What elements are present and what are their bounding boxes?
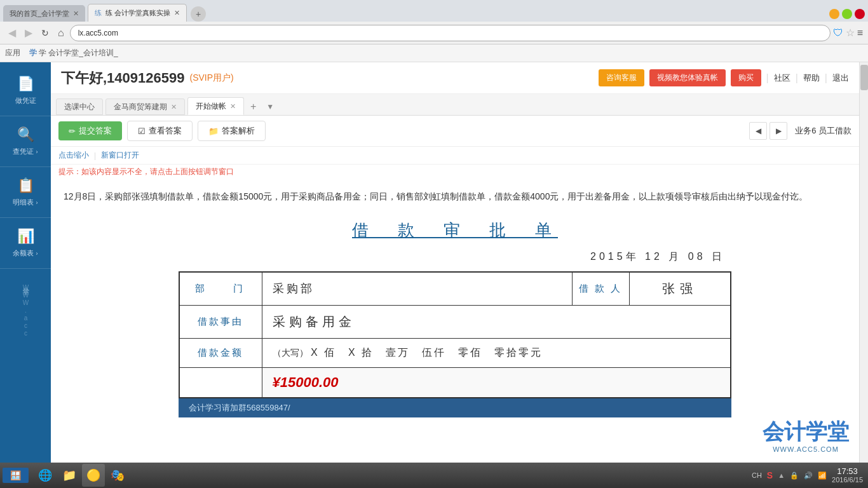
date-line: 2015年 12 月 08 日 [179,250,731,264]
main-layout: 📄 做凭证 🔍 查凭证 › 📋 明细表 › 📊 余额表 › 会计学堂WWW.ac… [0,62,868,463]
address-text: lx.acc5.com [78,29,118,37]
next-btn[interactable]: ▶ [770,122,787,140]
new-tab-btn[interactable]: + [191,6,206,22]
apps-bookmark[interactable]: 应用 [5,48,20,58]
taskbar-app-explorer[interactable]: 📁 [58,464,81,487]
tab-close-2[interactable]: ✕ [174,9,180,17]
dept-value: 采购部 [262,272,572,306]
user-type-badge: (SVIP用户) [189,72,233,84]
tab-bookkeeping-period[interactable]: 金马商贸筹建期 ✕ [105,98,185,115]
content-area: 下午好,1409126599 (SVIP用户) 咨询客服 视频教您体验真帐 购买… [51,62,859,463]
community-btn[interactable]: 社区 [774,72,790,84]
table-row-amount: 借款金额 （大写） X 佰 X 拾 壹万 伍仟 零佰 零拾零元 [179,338,731,367]
taskbar-clock[interactable]: 17:53 2016/6/15 [832,466,863,485]
separator3: | [825,72,827,84]
taskbar-app-misc[interactable]: 🎭 [106,464,129,487]
scroll-thumb[interactable] [860,65,868,90]
search-voucher-icon: 🔍 [17,126,34,143]
folder-icon: 📁 [208,126,219,136]
watermark-logo: 会计学堂 [763,419,849,445]
prev-btn[interactable]: ◀ [749,122,767,140]
sidebar-item-查凭证[interactable]: 🔍 查凭证 › [0,116,51,167]
taskbar-app-ie[interactable]: 🌐 [34,464,57,487]
tab-start-bookkeeping[interactable]: 开始做帐 ✕ [187,97,244,115]
top-header: 下午好,1409126599 (SVIP用户) 咨询客服 视频教您体验真帐 购买… [51,62,859,94]
back-btn[interactable]: ◀ [5,25,19,40]
video-btn[interactable]: 视频教您体验真帐 [649,69,726,86]
window-controls [829,9,865,22]
borrower-value: 张强 [629,272,731,306]
consult-btn[interactable]: 咨询客服 [599,69,644,86]
taskbar-volume-icon[interactable]: 🔊 [804,471,813,480]
maximize-btn[interactable] [842,9,852,19]
tab-add-btn[interactable]: + [245,98,261,115]
taskbar: 🪟 🌐 📁 🟡 🎭 CH S ▲ 🔒 🔊 📶 17:53 2016/6/15 [0,463,868,488]
page-tabs: 选课中心 金马商贸筹建期 ✕ 开始做帐 ✕ + ▼ [51,94,859,116]
home-btn[interactable]: ⌂ [55,26,67,40]
dept-label: 部 门 [179,272,262,306]
logout-btn[interactable]: 退出 [832,72,849,84]
view-answer-btn[interactable]: ☑ 查看答案 [127,121,193,141]
taskbar-up-arrow[interactable]: ▲ [778,471,785,479]
amount-chinese: X 佰 X 拾 壹万 伍仟 零佰 零拾零元 [311,347,543,358]
sidebar-item-余额表[interactable]: 📊 余额表 › [0,218,51,269]
borrower-label: 借 款 人 [572,272,629,306]
minimize-btn[interactable] [829,9,839,19]
tab-label-2: 练 会计学堂真账实操 [105,8,170,18]
help-btn[interactable]: 帮助 [803,72,820,84]
tab-label-start: 开始做帐 [196,101,226,112]
taskbar-time: 17:53 [832,466,863,477]
star-icon[interactable]: ☆ [846,27,855,39]
separator2: | [796,72,798,84]
business-label: 业务6 员工借款 [795,125,851,137]
refresh-btn[interactable]: ↻ [38,27,52,39]
start-button[interactable]: 🪟 [3,468,29,483]
taskbar-app-chrome[interactable]: 🟡 [82,464,105,487]
watermark-url: WWW.ACC5.COM [763,445,849,453]
tab-dropdown-btn[interactable]: ▼ [262,98,278,115]
taskbar-s-icon: S [767,470,773,480]
windows-icon: 🪟 [10,470,21,480]
greeting-area: 下午好,1409126599 (SVIP用户) [61,69,234,88]
reason-label: 借款事由 [179,305,262,338]
sidebar-item-凭证[interactable]: 📄 做凭证 [0,65,51,116]
tab-close-period[interactable]: ✕ [171,103,177,111]
doc-content: 12月8日，采购部张强填制借款单，借款金额15000元，用于采购商品备用金；同日… [51,179,859,426]
menu-icon[interactable]: ≡ [857,27,863,39]
sidebar-watermark: 会计学堂WWW.acc [21,281,30,337]
voucher-icon: 📄 [17,76,34,92]
buy-btn[interactable]: 购买 [731,69,761,86]
tab-active[interactable]: 练 练 会计学堂真账实操 ✕ [88,4,187,22]
shrink-link[interactable]: 点击缩小 [58,150,89,161]
amount-number-cell: ¥15000.00 [262,367,731,398]
balance-icon: 📊 [17,228,34,245]
sidebar: 📄 做凭证 🔍 查凭证 › 📋 明细表 › 📊 余额表 › 会计学堂WWW.ac… [0,62,51,463]
nav-arrows: ◀ ▶ 业务6 员工借款 [749,122,851,140]
new-window-link[interactable]: 新窗口打开 [101,150,139,161]
amount-prefix: （大写） [273,348,308,358]
address-bar-container[interactable]: lx.acc5.com [70,25,831,41]
greeting-text: 下午好,1409126599 [61,69,184,88]
amount-value: ¥15000.00 [273,374,339,390]
hint-bar: 点击缩小 | 新窗口打开 [51,147,859,165]
analysis-btn[interactable]: 📁 答案解析 [198,121,266,141]
title-bar: 我的首页_会计学堂 ✕ 练 练 会计学堂真账实操 ✕ + [0,0,868,22]
table-row-amount-value: ¥15000.00 [179,367,731,398]
sidebar-item-明细表[interactable]: 📋 明细表 › [0,167,51,218]
amount-label-2 [179,367,262,398]
tab-inactive[interactable]: 我的首页_会计学堂 ✕ [3,5,85,22]
action-bar: ✏ 提交答案 ☑ 查看答案 📁 答案解析 ◀ ▶ 业务6 员工借款 [51,116,859,147]
taskbar-network-icon: 🔒 [790,471,799,480]
tab-select-center[interactable]: 选课中心 [56,98,103,115]
submit-btn[interactable]: ✏ 提交答案 [58,121,122,140]
close-btn[interactable] [855,9,865,19]
tab-close-start[interactable]: ✕ [230,102,236,111]
shield-icon: 🛡 [833,27,843,39]
warning-text: 提示：如该内容显示不全，请点击上面按钮调节窗口 [58,167,234,176]
balance-label: 余额表 › [13,248,37,258]
tab-close-1[interactable]: ✕ [73,10,79,18]
forward-btn[interactable]: ▶ [22,25,36,40]
site-bookmark[interactable]: 学 学 会计学堂_会计培训_ [29,48,118,58]
taskbar-ch: CH [752,471,762,479]
scrollbar-track[interactable] [859,62,868,463]
